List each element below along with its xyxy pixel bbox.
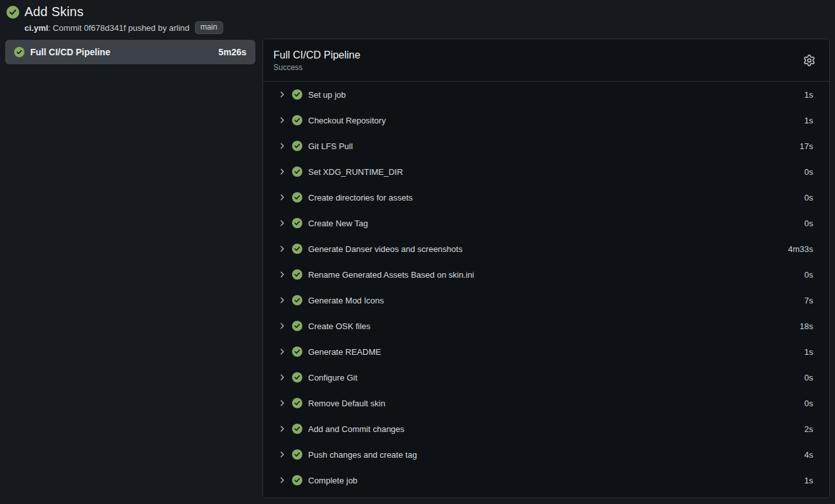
chevron-right-icon bbox=[277, 476, 286, 485]
step-row[interactable]: Create New Tag 0s bbox=[263, 210, 829, 236]
step-name: Rename Generated Assets Based on skin.in… bbox=[308, 270, 804, 280]
step-duration: 1s bbox=[804, 116, 813, 125]
job-settings-button[interactable] bbox=[801, 52, 818, 69]
step-name: Set XDG_RUNTIME_DIR bbox=[308, 167, 804, 177]
run-title: Add Skins bbox=[24, 4, 84, 19]
step-success-icon bbox=[292, 269, 302, 280]
step-name: Git LFS Pull bbox=[308, 141, 800, 151]
workflow-file: ci.yml bbox=[24, 23, 48, 33]
step-row[interactable]: Checkout Repository 1s bbox=[263, 107, 829, 133]
step-duration: 18s bbox=[800, 321, 813, 331]
step-success-icon bbox=[292, 295, 302, 305]
step-name: Checkout Repository bbox=[308, 116, 804, 125]
step-duration: 7s bbox=[804, 296, 813, 305]
job-success-icon bbox=[14, 47, 24, 57]
step-success-icon bbox=[292, 166, 302, 177]
step-name: Generate Mod Icons bbox=[308, 296, 804, 305]
step-duration: 0s bbox=[804, 373, 813, 382]
step-success-icon bbox=[292, 115, 302, 125]
step-row[interactable]: Complete job 1s bbox=[263, 467, 829, 493]
step-success-icon bbox=[292, 321, 302, 331]
step-row[interactable]: Set XDG_RUNTIME_DIR 0s bbox=[263, 159, 829, 184]
chevron-right-icon bbox=[277, 167, 286, 176]
chevron-right-icon bbox=[277, 296, 286, 305]
step-name: Create New Tag bbox=[308, 219, 804, 228]
step-name: Set up job bbox=[308, 90, 804, 100]
run-panel: Full CI/CD Pipeline Success Set up job 1… bbox=[262, 39, 830, 498]
step-row[interactable]: Generate Mod Icons 7s bbox=[263, 287, 829, 313]
run-header: Add Skins ci.yml: Commit 0f678d341f push… bbox=[6, 4, 223, 34]
chevron-right-icon bbox=[277, 347, 286, 356]
chevron-right-icon bbox=[277, 116, 286, 125]
step-name: Generate README bbox=[308, 347, 804, 357]
steps-list: Set up job 1s Checkout Repository 1s Git… bbox=[263, 82, 829, 498]
step-success-icon bbox=[292, 89, 302, 100]
step-success-icon bbox=[292, 398, 302, 408]
run-success-icon bbox=[6, 6, 19, 19]
chevron-right-icon bbox=[277, 90, 286, 99]
step-success-icon bbox=[292, 346, 302, 357]
step-name: Add and Commit changes bbox=[308, 424, 804, 434]
step-row[interactable]: Configure Git 0s bbox=[263, 364, 829, 390]
run-info-text: pushed by bbox=[126, 23, 169, 33]
author-link[interactable]: arlind bbox=[169, 23, 190, 33]
step-duration: 0s bbox=[804, 270, 813, 280]
run-info: ci.yml: Commit 0f678d341f pushed by arli… bbox=[24, 21, 223, 34]
chevron-right-icon bbox=[277, 270, 286, 279]
step-row[interactable]: Push changes and create tag 4s bbox=[263, 442, 829, 467]
step-name: Remove Default skin bbox=[308, 399, 804, 408]
step-duration: 0s bbox=[804, 399, 813, 408]
step-duration: 4s bbox=[804, 450, 813, 460]
panel-job-status: Success bbox=[273, 63, 801, 72]
chevron-right-icon bbox=[277, 450, 286, 459]
step-row[interactable]: Git LFS Pull 17s bbox=[263, 133, 829, 159]
step-duration: 1s bbox=[804, 347, 813, 357]
step-row[interactable]: Create OSK files 18s bbox=[263, 313, 829, 339]
step-row[interactable]: Set up job 1s bbox=[263, 82, 829, 107]
step-duration: 0s bbox=[804, 193, 813, 203]
job-name: Full CI/CD Pipeline bbox=[30, 47, 212, 57]
step-row[interactable]: Remove Default skin 0s bbox=[263, 390, 829, 416]
step-success-icon bbox=[292, 372, 302, 382]
branch-badge[interactable]: main bbox=[195, 21, 223, 34]
step-duration: 2s bbox=[804, 424, 813, 434]
step-duration: 1s bbox=[804, 90, 813, 100]
step-name: Configure Git bbox=[308, 373, 804, 382]
jobs-sidebar: Full CI/CD Pipeline 5m26s bbox=[5, 40, 255, 64]
step-success-icon bbox=[292, 449, 302, 460]
panel-job-title: Full CI/CD Pipeline bbox=[273, 48, 801, 62]
commit-hash-link[interactable]: 0f678d341f bbox=[84, 23, 125, 33]
chevron-right-icon bbox=[277, 373, 286, 382]
step-duration: 17s bbox=[800, 141, 813, 151]
step-row[interactable]: Add and Commit changes 2s bbox=[263, 416, 829, 442]
chevron-right-icon bbox=[277, 219, 286, 228]
job-duration: 5m26s bbox=[218, 47, 246, 57]
step-duration: 0s bbox=[804, 167, 813, 177]
step-duration: 4m33s bbox=[788, 244, 813, 254]
job-item-full-cicd-pipeline[interactable]: Full CI/CD Pipeline 5m26s bbox=[5, 40, 255, 64]
step-duration: 0s bbox=[804, 219, 813, 228]
step-success-icon bbox=[292, 244, 302, 254]
panel-header: Full CI/CD Pipeline Success bbox=[263, 39, 829, 82]
chevron-right-icon bbox=[277, 321, 286, 330]
run-info-text: : Commit bbox=[48, 23, 84, 33]
chevron-right-icon bbox=[277, 193, 286, 202]
chevron-right-icon bbox=[277, 141, 286, 150]
step-success-icon bbox=[292, 475, 302, 485]
step-success-icon bbox=[292, 424, 302, 434]
chevron-right-icon bbox=[277, 399, 286, 408]
step-duration: 1s bbox=[804, 476, 813, 485]
chevron-right-icon bbox=[277, 244, 286, 253]
step-name: Create directories for assets bbox=[308, 193, 804, 203]
gear-icon bbox=[803, 55, 815, 66]
step-row[interactable]: Generate Danser videos and screenshots 4… bbox=[263, 236, 829, 262]
step-success-icon bbox=[292, 192, 302, 203]
step-name: Create OSK files bbox=[308, 321, 800, 331]
step-row[interactable]: Rename Generated Assets Based on skin.in… bbox=[263, 262, 829, 287]
step-row[interactable]: Create directories for assets 0s bbox=[263, 184, 829, 210]
step-name: Complete job bbox=[308, 476, 804, 485]
step-name: Push changes and create tag bbox=[308, 450, 804, 460]
step-row[interactable]: Generate README 1s bbox=[263, 339, 829, 364]
step-success-icon bbox=[292, 218, 302, 228]
chevron-right-icon bbox=[277, 424, 286, 433]
